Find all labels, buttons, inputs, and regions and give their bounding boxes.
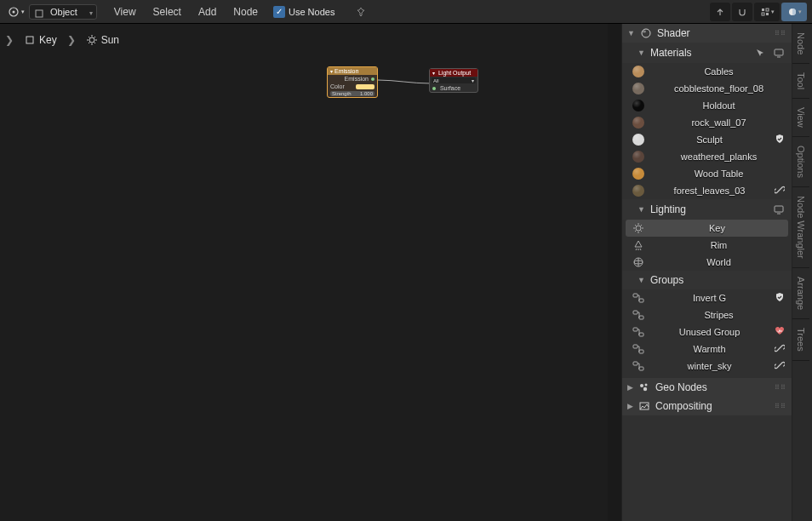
vertical-tab[interactable]: Options xyxy=(792,137,809,187)
drag-handle-icon[interactable]: ⠿⠿ xyxy=(775,403,786,410)
svg-point-10 xyxy=(642,29,650,37)
material-item[interactable]: forest_leaves_03 xyxy=(622,182,792,199)
shield-icon[interactable] xyxy=(775,134,786,146)
menu-view[interactable]: View xyxy=(107,6,143,18)
emission-color-row[interactable]: Color xyxy=(328,83,377,90)
lighting-item[interactable]: Rim xyxy=(622,237,792,254)
use-nodes-toggle[interactable]: ✓ Use Nodes xyxy=(273,6,335,18)
material-item[interactable]: Wood Table xyxy=(622,165,792,182)
breadcrumb: ❯ Key ❯ Sun xyxy=(2,32,124,48)
material-preview-icon xyxy=(632,117,644,129)
material-item[interactable]: Holdout xyxy=(622,97,792,114)
sidebar: ▼ Shader ⠿⠿ ▼ Materials Cables cobblesto… xyxy=(621,24,792,521)
lighting-item[interactable]: Key xyxy=(626,220,788,237)
lighting-header[interactable]: ▼ Lighting xyxy=(622,199,792,220)
emission-node-header[interactable]: ▾ Emission xyxy=(328,67,377,75)
svg-point-27 xyxy=(640,384,643,387)
drag-handle-icon[interactable]: ⠿⠿ xyxy=(775,30,786,37)
groups-header[interactable]: ▼ Groups xyxy=(622,271,792,289)
node-editor-canvas[interactable]: ▾ Emission Emission Color Strength 1.000… xyxy=(0,24,608,521)
header-right: ▾ ▾ xyxy=(710,3,807,21)
vertical-tab[interactable]: Tool xyxy=(792,64,809,99)
breadcrumb-key[interactable]: Key xyxy=(19,32,62,48)
group-name: Warmth xyxy=(651,344,768,354)
emission-output-socket[interactable]: Emission xyxy=(328,75,377,83)
material-item[interactable]: Cables xyxy=(622,63,792,80)
emission-strength-row[interactable]: Strength 1.000 xyxy=(328,90,377,97)
link-icon[interactable] xyxy=(775,343,786,355)
group-item[interactable]: Invert G xyxy=(622,289,792,306)
svg-point-9 xyxy=(89,37,94,43)
vertical-tab[interactable]: Trees xyxy=(792,319,809,361)
link-icon[interactable] xyxy=(775,360,786,372)
group-item[interactable]: Stripes xyxy=(622,306,792,323)
mode-dropdown[interactable]: Object ▾ xyxy=(29,4,97,20)
display-icon[interactable] xyxy=(771,203,786,216)
breadcrumb-sun[interactable]: Sun xyxy=(81,32,124,48)
emission-node[interactable]: ▾ Emission Emission Color Strength 1.000 xyxy=(327,66,378,98)
svg-rect-3 xyxy=(762,9,764,11)
material-name: weathered_planks xyxy=(651,152,786,162)
shader-panel-header[interactable]: ▼ Shader ⠿⠿ xyxy=(622,24,792,43)
output-target-dropdown[interactable]: All ▾ xyxy=(432,77,476,83)
cursor-icon[interactable] xyxy=(752,46,768,60)
vertical-tab[interactable]: Arrange xyxy=(792,268,809,319)
lighting-list: Key Rim World xyxy=(622,220,792,271)
output-surface-socket[interactable]: Surface xyxy=(430,84,477,92)
chevron-right-icon[interactable]: ❯ xyxy=(2,34,17,46)
menu-select[interactable]: Select xyxy=(146,6,188,18)
menu-add[interactable]: Add xyxy=(192,6,223,18)
object-mode-icon xyxy=(33,8,45,20)
output-node-header[interactable]: ▾ Light Output xyxy=(430,69,477,77)
group-item[interactable]: winter_sky xyxy=(622,358,792,375)
link-icon[interactable] xyxy=(775,185,786,197)
vertical-tab[interactable]: Node xyxy=(792,24,809,64)
overlay-button[interactable]: ▾ xyxy=(781,3,807,21)
materials-header[interactable]: ▼ Materials xyxy=(622,43,792,63)
shader-ball-icon xyxy=(640,27,652,39)
sun-icon xyxy=(86,34,98,46)
material-name: rock_wall_07 xyxy=(651,117,786,128)
snap-options-button[interactable]: ▾ xyxy=(754,3,780,21)
svg-rect-12 xyxy=(775,49,783,55)
pin-button[interactable] xyxy=(355,6,367,18)
lighting-name: Rim xyxy=(651,240,786,250)
vertical-tab[interactable]: View xyxy=(792,99,809,137)
vertical-tab[interactable]: Node Wrangler xyxy=(792,187,809,268)
material-item[interactable]: cobblestone_floor_08 xyxy=(622,80,792,97)
material-item[interactable]: Sculpt xyxy=(622,131,792,148)
chevron-down-icon: ▾ xyxy=(89,9,93,17)
material-name: Cables xyxy=(651,66,786,77)
group-item[interactable]: Warmth xyxy=(622,341,792,358)
material-preview-icon xyxy=(632,83,644,94)
material-item[interactable]: weathered_planks xyxy=(622,148,792,165)
spot-icon xyxy=(632,239,644,251)
menu-node[interactable]: Node xyxy=(226,6,265,18)
node-group-icon xyxy=(632,360,644,372)
svg-rect-22 xyxy=(639,333,643,336)
material-name: cobblestone_floor_08 xyxy=(651,83,786,94)
checkbox-checked-icon: ✓ xyxy=(273,6,285,18)
lighting-item[interactable]: World xyxy=(622,254,792,271)
svg-rect-20 xyxy=(639,316,643,319)
light-output-node[interactable]: ▾ Light Output All ▾ Surface xyxy=(429,68,478,93)
editor-type-button[interactable]: ▾ xyxy=(5,3,26,20)
drag-handle-icon[interactable]: ⠿⠿ xyxy=(775,384,786,392)
node-group-icon xyxy=(632,326,644,338)
color-swatch[interactable] xyxy=(356,84,375,89)
geo-nodes-panel-header[interactable]: ▶ Geo Nodes ⠿⠿ xyxy=(622,378,792,397)
material-item[interactable]: rock_wall_07 xyxy=(622,114,792,131)
material-preview-icon xyxy=(632,185,644,197)
svg-point-29 xyxy=(643,387,647,391)
parent-node-button[interactable] xyxy=(710,3,730,21)
svg-rect-13 xyxy=(775,206,783,212)
display-icon[interactable] xyxy=(771,46,786,60)
heart-icon[interactable] xyxy=(775,326,786,338)
shield-icon[interactable] xyxy=(775,292,786,304)
group-item[interactable]: Unused Group xyxy=(622,323,792,341)
compositing-panel-header[interactable]: ▶ Compositing ⠿⠿ xyxy=(622,397,792,415)
svg-rect-8 xyxy=(26,37,33,43)
geo-nodes-icon xyxy=(638,381,650,393)
node-group-icon xyxy=(632,343,644,355)
snap-button[interactable] xyxy=(732,3,752,21)
